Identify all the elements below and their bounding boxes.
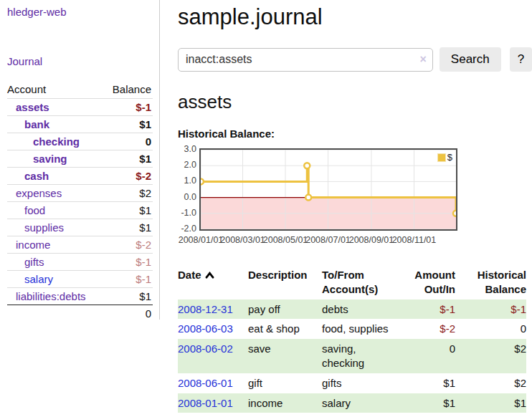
register-header-date: Date [178,267,248,299]
sort-ascending-icon [205,272,214,279]
y-axis-label: 2.0 [171,160,196,170]
y-axis-label: 0.0 [171,192,196,202]
sidebar: hledger-web Journal Account Balance asse… [0,0,160,320]
account-balance: $-2 [103,236,153,254]
y-axis-label: 1.0 [171,176,196,186]
search-form: × Search ? [178,47,532,72]
legend-swatch-icon [437,153,446,162]
register-row: 2008-06-03eat & shopfood, supplies$-20 [178,319,526,339]
account-link[interactable]: income [16,239,50,251]
account-balance: $1 [103,116,153,133]
transaction-accounts: debts [322,299,401,320]
register-row: 2008-12-31pay offdebts$-1$-1 [178,299,526,320]
account-link[interactable]: supplies [24,221,64,234]
register-header-amount: Amount Out/In [401,267,461,299]
account-link[interactable]: food [24,204,45,216]
app-title-link[interactable]: hledger-web [7,6,67,18]
search-button[interactable]: Search [440,47,501,72]
register-row: 2008-01-01incomesalary$1$1 [178,393,526,413]
account-link[interactable]: saving [33,153,67,165]
account-row: supplies$1 [7,219,153,236]
accounts-total-row: 0 [7,305,153,322]
transaction-amount: 0 [401,339,461,373]
search-input[interactable] [178,48,433,72]
transaction-date: 2008-01-01 [178,393,248,413]
register-header-description: Description [248,267,322,299]
chart-plot-area[interactable]: $ [199,148,457,231]
chart-canvas [201,150,456,229]
clear-search-icon[interactable]: × [420,53,427,66]
account-row: liabilities:debts$1 [7,288,153,305]
account-link[interactable]: cash [24,170,49,182]
historical-balance-chart[interactable]: $ 3.02.01.00.0-1.0-2.02008/01/012008/03/… [171,148,532,249]
account-balance: $1 [103,219,153,236]
transaction-description: save [248,339,322,373]
account-row: food$1 [7,202,153,219]
transaction-date: 2008-06-03 [178,319,248,339]
transaction-description: pay off [248,299,322,320]
legend-label: $ [447,152,452,163]
account-link[interactable]: assets [16,101,49,113]
transaction-balance: $2 [461,373,526,393]
transaction-description: gift [248,373,322,393]
account-row: income$-2 [7,236,153,254]
account-balance: $1 [103,202,153,219]
account-link[interactable]: liabilities:debts [16,290,86,302]
transaction-accounts: saving, checking [322,339,401,373]
transaction-date: 2008-06-02 [178,339,248,373]
transaction-balance: 0 [461,319,526,339]
transaction-amount: $1 [401,373,461,393]
transaction-amount: $-1 [401,299,461,320]
main-content: sample.journal × Search ? assets Histori… [178,0,532,413]
transaction-date: 2008-12-31 [178,299,248,320]
sidebar-item-journal[interactable]: Journal [7,55,153,67]
account-balance: $-2 [103,168,153,185]
accounts-table: Account Balance assets$-1bank$1checking0… [7,82,153,322]
transaction-accounts: gifts [322,373,401,393]
register-row: 2008-06-01giftgifts$1$2 [178,373,526,393]
transaction-date-link[interactable]: 2008-06-01 [178,377,233,389]
account-row: expenses$2 [7,185,153,202]
account-link[interactable]: salary [24,273,53,285]
account-balance: $-1 [103,99,153,116]
account-balance: $1 [103,288,153,305]
account-balance: $2 [103,185,153,202]
transaction-balance: $1 [461,393,526,413]
transaction-amount: $-2 [401,319,461,339]
y-axis-label: 3.0 [171,144,196,154]
register-header-balance: Historical Balance [461,267,526,299]
chart-title: Historical Balance: [178,128,532,140]
account-balance: $-1 [103,254,153,271]
transaction-balance: $2 [461,339,526,373]
x-axis-label: 2008/11/01 [388,235,440,245]
accounts-total-balance: 0 [103,305,153,322]
account-link[interactable]: gifts [24,256,44,268]
transaction-accounts: salary [322,393,401,413]
account-row: gifts$-1 [7,254,153,271]
help-button[interactable]: ? [510,47,532,72]
account-link[interactable]: bank [24,118,49,130]
transaction-accounts: food, supplies [322,319,401,339]
account-row: salary$-1 [7,271,153,288]
accounts-col-header: Account [7,82,103,99]
transaction-date-link[interactable]: 2008-06-03 [178,322,233,335]
transaction-description: income [248,393,322,413]
account-row: cash$-2 [7,168,153,185]
transaction-date-link[interactable]: 2008-06-02 [178,342,233,355]
account-link[interactable]: checking [33,135,80,148]
transaction-amount: $1 [401,393,461,413]
account-heading: assets [178,91,532,113]
account-balance: $-1 [103,271,153,288]
register-header-row: Date Description To/From Account(s) Amou… [178,267,526,299]
transaction-description: eat & shop [248,319,322,339]
account-link[interactable]: expenses [16,187,62,199]
account-row: assets$-1 [7,99,153,116]
account-balance: 0 [103,133,153,150]
account-row: saving$1 [7,150,153,168]
page-title: sample.journal [178,4,532,30]
register-row: 2008-06-02savesaving, checking0$2 [178,339,526,373]
transaction-date-link[interactable]: 2008-12-31 [178,303,233,315]
account-balance: $1 [103,150,153,168]
y-axis-label: -2.0 [171,224,196,234]
transaction-date-link[interactable]: 2008-01-01 [178,397,233,409]
